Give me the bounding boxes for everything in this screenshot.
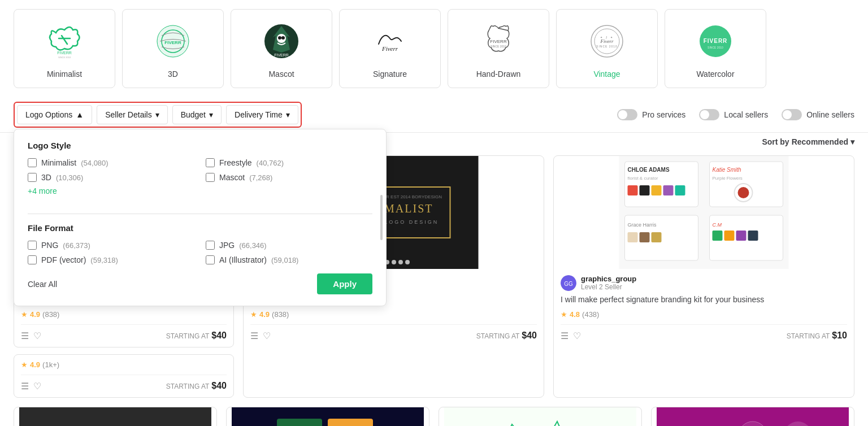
heart-icon-1[interactable]: ♡	[33, 331, 41, 341]
bottom-card-4[interactable]	[651, 407, 854, 426]
starting-at-left-2: STARTING AT	[166, 382, 210, 390]
checkbox-minimalist[interactable]: Minimalist (54,080)	[28, 158, 194, 167]
stars-1: ★	[21, 310, 28, 319]
sort-chevron-icon[interactable]: ▾	[850, 137, 854, 146]
svg-text:FIVERR: FIVERR	[57, 51, 72, 55]
price-row-graphics: ☰ ♡ STARTING AT $10	[561, 324, 847, 341]
local-sellers-toggle[interactable]	[699, 109, 719, 120]
svg-text:GG: GG	[564, 281, 573, 287]
category-watercolor[interactable]: FIVERR SINCE 2010 Watercolor	[665, 9, 766, 88]
gig-body-graphics: GG graphics_group Level 2 Seller I will …	[554, 269, 854, 347]
category-hand-drawn[interactable]: FIVERR SINCE 2010 Hand-Drawn	[448, 9, 549, 88]
heart-icon-graphics[interactable]: ♡	[573, 331, 581, 341]
filter-toggles: Pro services Local sellers Online seller…	[617, 109, 854, 120]
checkbox-mascot-count: (7,268)	[249, 173, 272, 182]
checkbox-pdf[interactable]: PDF (vector) (59,318)	[28, 255, 194, 264]
svg-rect-55	[652, 232, 662, 242]
rating-row-left-2: ★ 4.9 (1k+)	[21, 360, 227, 369]
category-signature-label: Signature	[373, 69, 407, 79]
svg-rect-44	[663, 185, 674, 195]
svg-text:FIVERR: FIVERR	[164, 40, 181, 45]
category-3d-label: 3D	[168, 69, 178, 79]
category-signature[interactable]: Fiverr Signature	[339, 9, 441, 88]
heart-icon-left-2[interactable]: ♡	[33, 381, 41, 392]
gig-title-graphics: I will make perfect signature branding k…	[561, 294, 847, 306]
gig-card-left-2[interactable]: ★ 4.9 (1k+) ☰ ♡ STARTING AT $40	[14, 354, 234, 398]
checkbox-jpg-label: JPG	[219, 241, 235, 250]
3d-icon: FIVERR	[150, 19, 196, 64]
gig-card-graphics-group[interactable]: CHLOE ADAMS florist & curator Katie Smit…	[553, 155, 854, 398]
heart-icon-bory[interactable]: ♡	[263, 331, 271, 341]
checkbox-mascot-input[interactable]	[206, 173, 215, 182]
bottom-card-2[interactable]	[226, 407, 429, 426]
checkbox-minimalist-input[interactable]	[28, 158, 37, 167]
checkbox-pdf-input[interactable]	[28, 255, 37, 264]
list-icon-bory: ☰	[250, 331, 258, 341]
online-sellers-toggle-group: Online sellers	[782, 109, 854, 120]
logo-options-filter[interactable]: Logo Options ▲	[17, 105, 92, 124]
seller-details-filter[interactable]: Seller Details ▾	[97, 105, 167, 124]
checkbox-ai-count: (59,018)	[271, 256, 298, 264]
online-sellers-toggle[interactable]	[782, 109, 802, 120]
price-val-left-2: $40	[211, 381, 227, 390]
online-sellers-label: Online sellers	[806, 110, 854, 119]
bottom-card-1[interactable]: M	[14, 407, 217, 426]
budget-filter[interactable]: Budget ▾	[172, 105, 222, 124]
checkbox-mascot[interactable]: Mascot (7,268)	[206, 173, 372, 182]
checkbox-3d-label: 3D	[41, 173, 51, 182]
checkbox-jpg[interactable]: JPG (66,346)	[206, 241, 372, 250]
svg-text:Fiverr: Fiverr	[600, 38, 614, 44]
rating-count-1: (838)	[42, 310, 59, 319]
rating-val-left-2: 4.9	[30, 360, 40, 369]
file-format-title: File Format	[28, 223, 372, 233]
category-mascot-label: Mascot	[268, 69, 294, 79]
category-vintage-label: Vintage	[593, 69, 620, 79]
file-format-checkboxes: PNG (66,373) JPG (66,346) PDF (vector) (…	[28, 241, 372, 264]
checkbox-3d[interactable]: 3D (10,306)	[28, 173, 194, 182]
checkbox-ai-label: AI (Illustrator)	[219, 255, 267, 264]
category-watercolor-label: Watercolor	[696, 69, 734, 79]
list-icon-1: ☰	[21, 331, 29, 341]
checkbox-minimalist-count: (54,080)	[81, 159, 108, 167]
checkbox-3d-count: (10,306)	[56, 173, 83, 182]
category-minimalist[interactable]: FIVERR SINCE 2010 Minimalist	[14, 9, 115, 88]
svg-rect-53	[628, 232, 638, 242]
clear-all-button[interactable]: Clear All	[28, 280, 57, 289]
checkbox-ai-input[interactable]	[206, 255, 215, 264]
svg-text:Fiverr: Fiverr	[381, 45, 398, 52]
svg-text:FIVERR: FIVERR	[490, 39, 507, 44]
category-3d[interactable]: FIVERR 3D	[122, 9, 224, 88]
bottom-card-3[interactable]: Inspiration	[439, 407, 642, 426]
checkbox-3d-input[interactable]	[28, 173, 37, 182]
svg-text:SINCE 2010: SINCE 2010	[596, 45, 618, 48]
svg-rect-69	[444, 407, 636, 426]
category-mascot[interactable]: FIVERR Mascot	[231, 9, 332, 88]
checkbox-png[interactable]: PNG (66,373)	[28, 241, 194, 250]
delivery-time-filter[interactable]: Delivery Time ▾	[226, 105, 298, 124]
rating-row-graphics: ★ 4.8 (438)	[561, 310, 847, 319]
svg-text:SINCE 2010: SINCE 2010	[491, 45, 506, 48]
svg-text:CHLOE ADAMS: CHLOE ADAMS	[628, 167, 670, 173]
logo-options-dropdown: Logo Style Minimalist (54,080) Freestyle…	[14, 129, 387, 306]
hand-drawn-icon: FIVERR SINCE 2010	[476, 19, 521, 64]
price-row-bory: ☰ ♡ STARTING AT $40	[250, 324, 537, 341]
pro-services-toggle[interactable]	[617, 109, 637, 120]
svg-line-1	[62, 36, 67, 44]
avatar-graphics: GG	[561, 275, 576, 291]
category-vintage[interactable]: ✦ J ✦ Fiverr SINCE 2010 Vintage	[556, 9, 658, 88]
chevron-down-icon: ▾	[286, 110, 290, 119]
checkbox-freestyle-input[interactable]	[206, 158, 215, 167]
checkbox-freestyle[interactable]: Freestyle (40,762)	[206, 158, 372, 167]
checkbox-mascot-label: Mascot	[219, 173, 245, 182]
checkbox-png-input[interactable]	[28, 241, 37, 250]
local-sellers-label: Local sellers	[724, 110, 768, 119]
checkbox-ai[interactable]: AI (Illustrator) (59,018)	[206, 255, 372, 264]
checkbox-jpg-input[interactable]	[206, 241, 215, 250]
svg-rect-67	[277, 419, 322, 426]
apply-button[interactable]: Apply	[317, 273, 372, 294]
more-styles-link[interactable]: +4 more	[28, 186, 57, 195]
checkbox-pdf-label: PDF (vector)	[41, 255, 86, 264]
gig-thumb-graphics: CHLOE ADAMS florist & curator Katie Smit…	[554, 156, 854, 269]
sort-value[interactable]: Recommended	[792, 137, 848, 146]
svg-rect-41	[628, 185, 638, 195]
